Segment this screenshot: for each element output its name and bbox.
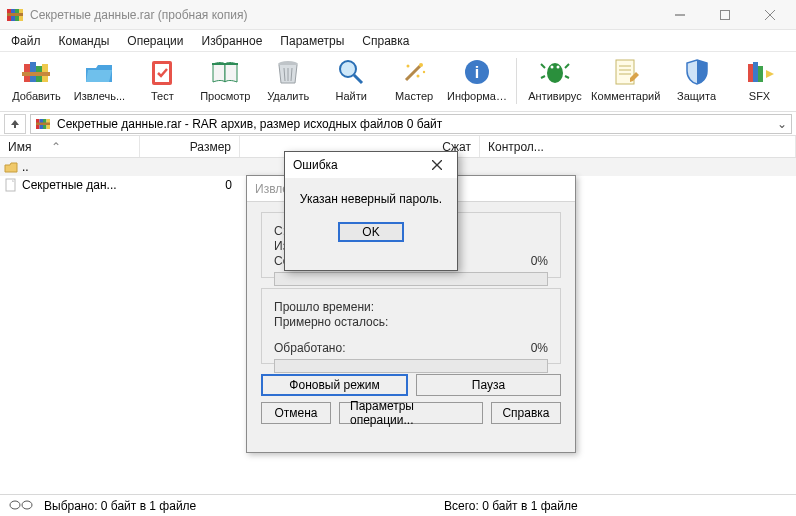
notepad-icon <box>610 56 642 88</box>
toolbar-view-label: Просмотр <box>200 90 250 102</box>
status-total: Всего: 0 байт в 1 файле <box>444 499 578 513</box>
toolbar-antivirus-button[interactable]: Антивирус <box>524 54 585 110</box>
svg-rect-16 <box>212 63 238 65</box>
error-title: Ошибка <box>293 158 338 172</box>
book-open-icon <box>209 56 241 88</box>
svg-point-36 <box>556 66 559 69</box>
column-size[interactable]: Размер <box>140 136 240 157</box>
toolbar-sfx-button[interactable]: SFX <box>729 54 790 110</box>
toolbar-info-label: Информация <box>447 90 507 102</box>
toolbar-protect-button[interactable]: Защита <box>666 54 727 110</box>
svg-rect-42 <box>753 62 758 82</box>
svg-point-26 <box>417 75 420 78</box>
error-dialog: Ошибка Указан неверный пароль. OK <box>284 151 458 271</box>
dropdown-arrow-icon[interactable]: ⌄ <box>773 115 791 133</box>
error-close-button[interactable] <box>425 155 449 175</box>
toolbar-view-button[interactable]: Просмотр <box>195 54 256 110</box>
window-close-button[interactable] <box>747 1 792 29</box>
cancel-button[interactable]: Отмена <box>261 402 331 424</box>
pause-button[interactable]: Пауза <box>416 374 561 396</box>
svg-line-34 <box>565 76 569 78</box>
svg-rect-6 <box>720 10 729 19</box>
address-bar: Секретные данные.rar - RAR архив, размер… <box>0 112 796 136</box>
menu-file[interactable]: Файл <box>2 32 50 50</box>
svg-point-27 <box>423 71 425 73</box>
toolbar-find-button[interactable]: Найти <box>321 54 382 110</box>
toolbar-protect-label: Защита <box>677 90 716 102</box>
folder-open-icon <box>83 56 115 88</box>
svg-rect-41 <box>748 64 753 82</box>
window-title: Секретные данные.rar (пробная копия) <box>30 8 657 22</box>
svg-rect-43 <box>758 66 763 82</box>
svg-point-24 <box>419 63 423 67</box>
trash-icon <box>272 56 304 88</box>
clipboard-check-icon <box>146 56 178 88</box>
archive-icon <box>35 116 51 132</box>
info-icon: i <box>461 56 493 88</box>
window-maximize-button[interactable] <box>702 1 747 29</box>
progress-bar-total <box>274 359 548 373</box>
toolbar-sfx-label: SFX <box>749 90 770 102</box>
background-mode-button[interactable]: Фоновый режим <box>261 374 408 396</box>
progress-bar-file <box>274 272 548 286</box>
svg-line-33 <box>541 76 545 78</box>
toolbar-extract-button[interactable]: Извлечь... <box>69 54 130 110</box>
address-text: Секретные данные.rar - RAR архив, размер… <box>57 117 442 131</box>
toolbar: Добавить Извлечь... Тест Просмотр Удалит… <box>0 52 796 112</box>
svg-point-51 <box>22 501 32 509</box>
row-name: .. <box>22 160 29 174</box>
svg-text:i: i <box>475 64 479 81</box>
sort-indicator-icon: ⌃ <box>51 140 61 154</box>
svg-rect-4 <box>7 13 23 16</box>
remaining-label: Примерно осталось: <box>274 315 388 329</box>
svg-point-35 <box>550 66 553 69</box>
svg-rect-48 <box>36 122 50 125</box>
toolbar-test-label: Тест <box>151 90 174 102</box>
menu-help[interactable]: Справка <box>353 32 418 50</box>
window-titlebar: Секретные данные.rar (пробная копия) <box>0 0 796 30</box>
svg-line-32 <box>565 64 569 68</box>
window-minimize-button[interactable] <box>657 1 702 29</box>
toolbar-add-button[interactable]: Добавить <box>6 54 67 110</box>
help-button[interactable]: Справка <box>491 402 561 424</box>
menu-options[interactable]: Параметры <box>271 32 353 50</box>
status-bar: Выбрано: 0 байт в 1 файле Всего: 0 байт … <box>0 494 796 516</box>
toolbar-find-label: Найти <box>335 90 366 102</box>
wand-icon <box>398 56 430 88</box>
row-name: Секретные дан... <box>22 178 117 192</box>
extract-pct2: 0% <box>531 341 548 355</box>
toolbar-delete-label: Удалить <box>267 90 309 102</box>
processed-label: Обработано: <box>274 341 346 355</box>
toolbar-add-label: Добавить <box>12 90 61 102</box>
elapsed-label: Прошло времени: <box>274 300 374 314</box>
error-dialog-titlebar[interactable]: Ошибка <box>285 152 457 178</box>
toolbar-wizard-button[interactable]: Мастер <box>384 54 445 110</box>
toolbar-extract-label: Извлечь... <box>74 90 125 102</box>
status-selected: Выбрано: 0 байт в 1 файле <box>44 499 444 513</box>
error-ok-button[interactable]: OK <box>338 222 404 242</box>
status-disk-icon <box>8 499 36 513</box>
toolbar-test-button[interactable]: Тест <box>132 54 193 110</box>
toolbar-info-button[interactable]: i Информация <box>447 54 508 110</box>
bug-icon <box>539 56 571 88</box>
svg-line-31 <box>541 64 545 68</box>
books-arrow-icon <box>744 56 776 88</box>
menu-bar: Файл Команды Операции Избранное Параметр… <box>0 30 796 52</box>
menu-operations[interactable]: Операции <box>118 32 192 50</box>
svg-line-23 <box>406 66 420 80</box>
column-name[interactable]: Имя⌃ <box>0 136 140 157</box>
menu-commands[interactable]: Команды <box>50 32 119 50</box>
up-folder-button[interactable] <box>4 114 26 134</box>
svg-point-21 <box>340 61 356 77</box>
operation-params-button[interactable]: Параметры операции... <box>339 402 483 424</box>
toolbar-comment-button[interactable]: Комментарий <box>587 54 664 110</box>
column-crc[interactable]: Контрол... <box>480 136 796 157</box>
toolbar-comment-label: Комментарий <box>591 90 660 102</box>
shield-icon <box>681 56 713 88</box>
svg-point-30 <box>547 63 563 83</box>
toolbar-wizard-label: Мастер <box>395 90 433 102</box>
svg-point-50 <box>10 501 20 509</box>
address-combobox[interactable]: Секретные данные.rar - RAR архив, размер… <box>30 114 792 134</box>
menu-favorites[interactable]: Избранное <box>193 32 272 50</box>
toolbar-delete-button[interactable]: Удалить <box>258 54 319 110</box>
